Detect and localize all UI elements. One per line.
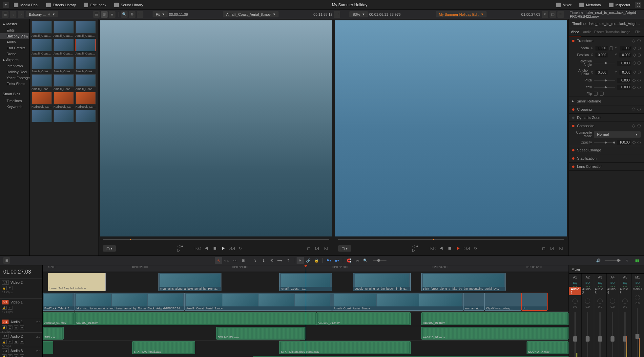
link-tool[interactable]: 🔗: [305, 257, 312, 264]
source-options[interactable]: ⋯: [334, 11, 340, 18]
a2-mute[interactable]: M: [20, 340, 24, 344]
clip-thumb[interactable]: Amalfi_Coast_T...: [31, 56, 52, 73]
search-button[interactable]: 🔍: [121, 11, 128, 18]
reset-icon[interactable]: [638, 71, 641, 74]
view-thumb[interactable]: ⊞: [101, 11, 108, 18]
bin-list-button[interactable]: ☰: [2, 11, 9, 18]
tab-audio[interactable]: Audio: [581, 28, 593, 36]
place-on-top-button[interactable]: ⤒: [284, 257, 292, 264]
zoom-y[interactable]: 1.000: [620, 46, 632, 51]
src-prev-edit[interactable]: |◁: [322, 245, 329, 252]
src-next-edit[interactable]: ▷|: [314, 245, 321, 252]
keyframe-icon[interactable]: [632, 61, 636, 65]
video-clip[interactable]: Amalfi_Coast_Aerial_8.mov: [332, 293, 464, 311]
audio-clip[interactable]: SFX - Distant prop plane.wav: [279, 341, 411, 354]
a1-solo[interactable]: S: [14, 325, 18, 329]
a3-enable[interactable]: ▢: [8, 354, 12, 357]
src-play[interactable]: [220, 245, 227, 252]
smartbin-timelines[interactable]: Timelines: [0, 98, 29, 104]
effects-library-toggle[interactable]: Effects Library: [43, 1, 79, 9]
reset-icon[interactable]: [638, 47, 641, 50]
video-clip[interactable]: Clip-04-wexor-tmg...: [485, 293, 521, 311]
pan-knob[interactable]: [622, 299, 628, 304]
arrow-tool[interactable]: ↖: [215, 257, 222, 264]
options-button[interactable]: ⋯: [137, 11, 143, 18]
clip-thumb[interactable]: Amalfi_Coast_T...: [53, 56, 74, 73]
clip-thumb[interactable]: Amalfi_Coast_T...: [53, 74, 74, 91]
enable-dot[interactable]: [572, 108, 574, 111]
anchor-x[interactable]: 0.000: [595, 70, 608, 75]
source-clip-name[interactable]: Amalfi_Coast_Aerial_8.mov▾: [223, 11, 279, 17]
v1-enable[interactable]: ▢: [8, 306, 12, 310]
bin-drone[interactable]: Drone: [0, 51, 29, 57]
mute-button[interactable]: ▮▮: [634, 257, 641, 264]
timeline-display-mode[interactable]: ▢ ▾: [338, 245, 351, 252]
enable-dot[interactable]: [572, 166, 574, 168]
tl-play[interactable]: [455, 245, 462, 252]
section-cropping[interactable]: Cropping: [569, 105, 644, 113]
bin-holiday-reel[interactable]: Holiday Reel: [0, 69, 29, 75]
clip-thumb[interactable]: RedRock_Land...: [31, 92, 52, 108]
overwrite-button[interactable]: ⤓: [260, 257, 267, 264]
src-match-frame[interactable]: ▢: [305, 245, 312, 252]
fader[interactable]: [637, 308, 638, 357]
section-lens[interactable]: Lens Correction: [569, 163, 644, 170]
pan-knob[interactable]: [635, 295, 640, 300]
src-loop-mode[interactable]: ◁ ● ▷: [177, 245, 184, 252]
trim-tool[interactable]: ⫞⫠: [223, 257, 230, 264]
reset-icon[interactable]: [637, 61, 641, 65]
fader[interactable]: [599, 312, 601, 357]
clip-thumb-selected[interactable]: Amalfi_Coast_A...: [75, 39, 96, 55]
pitch-slider[interactable]: [594, 80, 615, 81]
video-clip[interactable]: woman_ridi...: [463, 293, 484, 311]
clip-thumb[interactable]: Amalfi_Coast_T...: [75, 74, 96, 91]
clip-thumb[interactable]: Amalfi_Coas...: [75, 21, 96, 37]
audio-clip[interactable]: AA0113_01.mov: [253, 356, 569, 357]
full-screen-toggle[interactable]: ⛶: [635, 2, 641, 8]
sort-button[interactable]: ⇅: [129, 11, 135, 18]
a3-dest[interactable]: A3: [2, 348, 9, 353]
bin-yacht[interactable]: Yacht Footage: [0, 75, 29, 81]
fader[interactable]: [574, 312, 576, 357]
clip-thumb[interactable]: Amalfi_Coas...: [31, 39, 52, 55]
mixer-toggle[interactable]: Mixer: [553, 1, 575, 9]
smartbin-keywords[interactable]: Keywords: [0, 104, 29, 110]
timeline-viewer[interactable]: [335, 20, 568, 236]
nav-back[interactable]: ‹: [10, 11, 16, 18]
tl-match-frame[interactable]: ▢: [540, 245, 547, 252]
enable-dot[interactable]: [572, 40, 574, 42]
clip-thumb[interactable]: Amalfi_Coas...: [31, 21, 52, 37]
media-pool-toggle[interactable]: Media Pool: [10, 1, 42, 9]
audio-clip[interactable]: SFX - je...: [43, 327, 64, 340]
timeline-options[interactable]: ⋯: [557, 11, 564, 18]
timeline-scrubber[interactable]: [338, 239, 564, 240]
opacity-slider[interactable]: [594, 142, 615, 143]
metadata-toggle[interactable]: Metadata: [576, 1, 604, 9]
audio-clip[interactable]: SFX - Overhead.wav: [132, 341, 195, 354]
replace-button[interactable]: ⟲: [268, 257, 275, 264]
marker-button[interactable]: ▿: [542, 11, 548, 18]
video-clip[interactable]: RedRock_Talent_3...: [43, 293, 74, 311]
zoom-x[interactable]: 1.000: [595, 46, 608, 51]
bin-interviews[interactable]: Interviews: [0, 63, 29, 69]
tl-prev-edit[interactable]: |◁: [557, 245, 564, 252]
zoom-slider[interactable]: [373, 260, 386, 261]
keyframe-icon[interactable]: [632, 85, 636, 89]
v1-lock[interactable]: 🔒: [2, 306, 7, 310]
clip-thumb[interactable]: Amalfi_Coas...: [53, 21, 74, 37]
sound-library-toggle[interactable]: Sound Library: [111, 1, 147, 9]
a1-enable[interactable]: ▢: [8, 325, 12, 329]
audio-clip[interactable]: AB0102_01.mov: [421, 312, 569, 325]
link-icon[interactable]: [610, 46, 613, 50]
flip-v[interactable]: [600, 92, 604, 96]
video-clip[interactable]: lake_next_to_mountains_and_trees_aerial_…: [74, 293, 185, 311]
section-transform[interactable]: Transform: [569, 37, 644, 45]
edit-index-toggle[interactable]: Edit Index: [80, 1, 110, 9]
audio-clip[interactable]: AB0102_01.mov: [74, 312, 316, 325]
clip-thumb[interactable]: Amalfi_Coast_T...: [31, 74, 52, 91]
pos-y[interactable]: 0.000: [619, 53, 632, 57]
tab-file[interactable]: File: [632, 28, 644, 36]
clip-thumb[interactable]: [31, 110, 52, 122]
timeline-zoom[interactable]: 83%▾: [349, 11, 368, 17]
reset-icon[interactable]: [637, 39, 641, 42]
